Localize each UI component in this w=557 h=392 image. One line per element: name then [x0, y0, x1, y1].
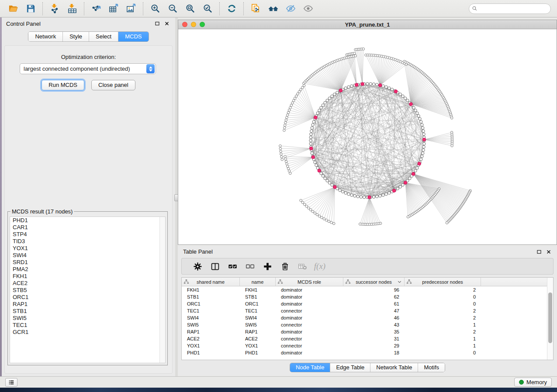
- float-table-panel-button[interactable]: [535, 248, 543, 256]
- duplicate-network-button[interactable]: [248, 2, 263, 16]
- mcds-result-item[interactable]: ACE2: [10, 280, 165, 287]
- duplicate-network-icon: [251, 3, 261, 14]
- open-session-button[interactable]: [6, 2, 21, 16]
- deselect-all-checks-button[interactable]: [241, 260, 259, 273]
- export-table-button[interactable]: [106, 2, 121, 16]
- sort-chevron-down-icon: [397, 279, 402, 284]
- settings-gear-button[interactable]: [189, 260, 206, 273]
- save-session-button[interactable]: [23, 2, 38, 16]
- tab-style[interactable]: Style: [63, 32, 89, 41]
- toolbar-separator: [42, 2, 43, 15]
- return-home-button[interactable]: [266, 2, 280, 16]
- zoom-selected-button[interactable]: [200, 2, 215, 16]
- table-tab-edge-table[interactable]: Edge Table: [330, 363, 370, 372]
- mcds-result-item[interactable]: TID3: [10, 238, 165, 245]
- export-image-icon: [126, 3, 136, 14]
- cell-predecessor_nodes: 2: [405, 307, 481, 314]
- close-table-panel-button[interactable]: [545, 248, 553, 256]
- mcds-result-item[interactable]: RAP1: [10, 301, 165, 308]
- table-row[interactable]: TEC1TEC1connector472: [182, 307, 553, 314]
- columns-button[interactable]: [206, 260, 224, 273]
- criterion-dropdown[interactable]: largest connected component (undirected): [20, 63, 156, 74]
- mcds-result-item[interactable]: GCR1: [10, 329, 165, 336]
- select-all-checks-button[interactable]: [224, 260, 241, 273]
- column-header-successor_nodes[interactable]: successor nodes: [343, 278, 405, 286]
- column-header-shared_name[interactable]: shared name: [182, 278, 240, 286]
- refresh-view-button[interactable]: [224, 2, 239, 16]
- float-panel-button[interactable]: [153, 20, 161, 28]
- column-label: successor nodes: [356, 279, 392, 285]
- delete-row-button[interactable]: [276, 260, 294, 273]
- run-mcds-button[interactable]: Run MCDS: [42, 80, 84, 90]
- mcds-result-item[interactable]: PHD1: [10, 217, 165, 224]
- import-table-icon: [67, 3, 77, 14]
- mcds-result-item[interactable]: STB1: [10, 308, 165, 315]
- task-history-button[interactable]: [5, 378, 17, 387]
- mcds-result-item[interactable]: SRD1: [10, 259, 165, 266]
- import-table-button[interactable]: [65, 2, 80, 16]
- tab-select[interactable]: Select: [89, 32, 118, 41]
- column-header-name[interactable]: name: [240, 278, 276, 286]
- mcds-result-item[interactable]: STB5: [10, 287, 165, 294]
- hide-selected-button[interactable]: [283, 2, 298, 16]
- close-panel-action-button[interactable]: Close panel: [91, 80, 135, 90]
- open-session-icon: [8, 3, 18, 14]
- cell-predecessor_nodes: 2: [405, 286, 481, 293]
- table-row[interactable]: PHD1PHD1dominator180: [182, 349, 553, 356]
- table-row[interactable]: ACE2ACE2connector311: [182, 335, 553, 342]
- column-header-filler: [481, 278, 553, 286]
- table-panel: Table Panel f(x) shared namenameMCDS rol…: [178, 246, 557, 375]
- table-row[interactable]: SWI4SWI4dominator462: [182, 314, 553, 321]
- close-panel-button[interactable]: [163, 20, 171, 28]
- mcds-result-item[interactable]: TEC1: [10, 322, 165, 329]
- cell-name: STB1: [240, 293, 276, 300]
- network-graph[interactable]: [178, 29, 557, 244]
- cell-predecessor_nodes: 2: [405, 328, 481, 335]
- table-scrollbar[interactable]: [547, 278, 553, 360]
- mcds-list-scrollbar[interactable]: [159, 217, 165, 363]
- table-row[interactable]: SWI5SWI5connector431: [182, 321, 553, 328]
- zoom-fit-button[interactable]: [183, 2, 197, 16]
- tab-mcds[interactable]: MCDS: [118, 32, 148, 41]
- zoom-out-button[interactable]: [165, 2, 180, 16]
- export-network-button[interactable]: [89, 2, 104, 16]
- mcds-result-item[interactable]: PMA2: [10, 266, 165, 273]
- column-type-icon: [183, 279, 189, 285]
- import-network-button[interactable]: [47, 2, 62, 16]
- table-row[interactable]: RAP1RAP1dominator352: [182, 328, 553, 335]
- search-input[interactable]: [469, 3, 551, 14]
- column-header-mcds_role[interactable]: MCDS role: [276, 278, 343, 286]
- export-image-button[interactable]: [124, 2, 138, 16]
- mcds-result-item[interactable]: FKH1: [10, 273, 165, 280]
- table-row[interactable]: FKH1FKH1dominator962: [182, 286, 553, 293]
- table-tab-motifs[interactable]: Motifs: [418, 363, 445, 372]
- cell-name: TEC1: [240, 307, 276, 314]
- show-all-button[interactable]: [301, 2, 315, 16]
- hide-selected-icon: [286, 3, 296, 14]
- tab-network[interactable]: Network: [28, 32, 63, 41]
- add-row-button[interactable]: [259, 260, 276, 273]
- table-header-row: shared namenameMCDS rolesuccessor nodesp…: [182, 278, 553, 286]
- mcds-result-item[interactable]: ORC1: [10, 294, 165, 301]
- cell-mcds_role: dominator: [276, 314, 343, 321]
- mcds-result-item[interactable]: YOX1: [10, 245, 165, 252]
- memory-button[interactable]: Memory: [514, 378, 552, 387]
- table-tab-node-table[interactable]: Node Table: [290, 363, 331, 372]
- table-panel-tabs: Node TableEdge TableNetwork TableMotifs: [290, 363, 445, 372]
- column-header-predecessor_nodes[interactable]: predecessor nodes: [405, 278, 481, 286]
- network-window-titlebar[interactable]: YPA_prune.txt_1: [178, 20, 557, 29]
- mcds-result-item[interactable]: STP4: [10, 231, 165, 238]
- cell-predecessor_nodes: 0: [405, 300, 481, 307]
- cell-mcds_role: connector: [276, 321, 343, 328]
- mcds-result-item[interactable]: SWI5: [10, 315, 165, 322]
- zoom-in-button[interactable]: [148, 2, 163, 16]
- table-tab-network-table[interactable]: Network Table: [370, 363, 418, 372]
- cell-predecessor_nodes: 2: [405, 314, 481, 321]
- mcds-result-item[interactable]: SWI4: [10, 252, 165, 259]
- table-body: FKH1FKH1dominator962STB1STB1dominator620…: [182, 286, 553, 356]
- table-row[interactable]: STB1STB1dominator620: [182, 293, 553, 300]
- table-row[interactable]: YOX1YOX1connector291: [182, 342, 553, 349]
- table-scrollbar-thumb[interactable]: [548, 292, 552, 343]
- mcds-result-item[interactable]: CAR1: [10, 224, 165, 231]
- table-row[interactable]: ORC1ORC1dominator610: [182, 300, 553, 307]
